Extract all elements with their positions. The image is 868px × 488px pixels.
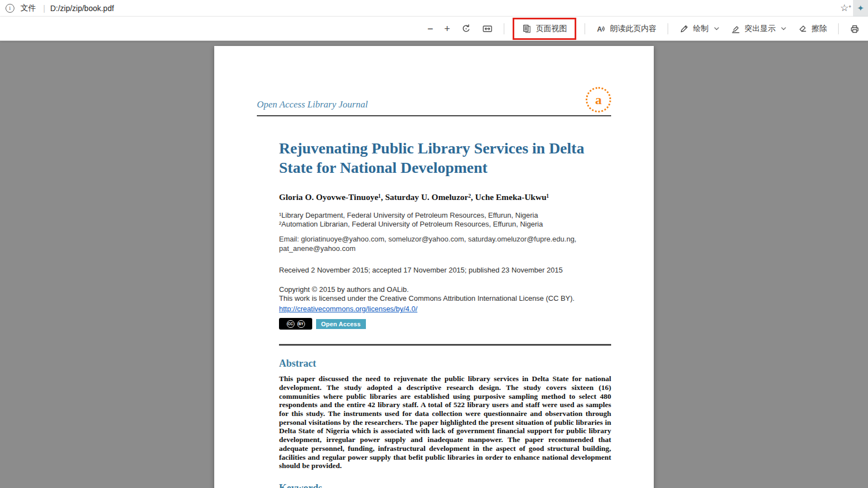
eraser-icon (798, 24, 808, 34)
cc-by-badge-icon: CC BY (279, 318, 312, 330)
read-aloud-button[interactable]: A 朗读此页内容 (591, 20, 662, 37)
copyright-line-2: This work is licensed under the Creative… (279, 294, 611, 304)
page-view-button[interactable]: 页面视图 (517, 20, 572, 37)
topbar-divider: | (43, 4, 45, 13)
abstract-text: This paper discussed the need to rejuven… (279, 374, 611, 470)
open-access-logo-letter: a (595, 93, 602, 106)
journal-header: Open Access Library Journal a (257, 87, 611, 116)
affiliations: ¹Library Department, Federal University … (279, 211, 611, 254)
rotate-icon (461, 24, 471, 34)
info-icon: i (6, 4, 14, 13)
email-line: Email: gloriatinuoye@yahoo.com, someluzo… (279, 235, 578, 254)
add-favorite-button[interactable]: ☆+ (836, 3, 853, 13)
pen-icon (679, 24, 689, 34)
copyright-block: Copyright © 2015 by authors and OALib. T… (279, 285, 611, 315)
printer-icon (850, 24, 860, 34)
svg-text:A: A (597, 25, 602, 33)
draw-label: 绘制 (693, 24, 709, 34)
zoom-out-button[interactable]: − (422, 20, 438, 37)
print-button[interactable] (845, 20, 865, 37)
by-circle: BY (297, 320, 305, 328)
sidebar-toggle-button[interactable]: ✦ (853, 0, 868, 17)
toolbar-divider (585, 23, 585, 34)
toolbar-divider (838, 23, 839, 34)
affiliation-1: ¹Library Department, Federal University … (279, 211, 611, 220)
chevron-down-icon[interactable] (714, 25, 720, 32)
browser-topbar: i 文件 | D:/zip/zip/book.pdf ☆+ ✦ (0, 0, 868, 17)
zoom-in-button[interactable]: + (439, 20, 455, 37)
chevron-down-icon[interactable] (781, 25, 787, 32)
pdf-canvas[interactable]: Open Access Library Journal a Rejuvenati… (0, 41, 868, 488)
open-access-badge: Open Access (316, 319, 366, 329)
toolbar-divider (668, 23, 668, 34)
file-path-label: D:/zip/zip/book.pdf (50, 4, 114, 13)
highlight-label: 突出显示 (745, 24, 776, 34)
journal-name: Open Access Library Journal (257, 99, 368, 114)
rotate-button[interactable] (456, 20, 476, 37)
authors-line: Gloria O. Oyovwe-Tinuoye¹, Saturday U. O… (279, 192, 611, 202)
toolbar-divider (504, 23, 504, 34)
pdf-toolbar: − + (0, 17, 868, 41)
read-aloud-label: 朗读此页内容 (610, 24, 657, 34)
keywords-heading: Keywords (279, 482, 611, 488)
annotation-highlight: 页面视图 (513, 18, 576, 40)
license-badges: CC BY Open Access (279, 318, 611, 330)
erase-label: 擦除 (812, 24, 827, 34)
dates-line: Received 2 November 2015; accepted 17 No… (279, 266, 611, 274)
highlighter-icon (731, 24, 741, 34)
read-aloud-icon: A (596, 24, 606, 34)
plus-icon: + (444, 24, 450, 34)
file-menu-button[interactable]: 文件 (18, 2, 38, 14)
section-divider (279, 344, 611, 346)
document-body: Rejuvenating Public Library Services in … (279, 138, 611, 488)
pdf-page: Open Access Library Journal a Rejuvenati… (214, 46, 654, 488)
copyright-line-1: Copyright © 2015 by authors and OALib. (279, 285, 611, 295)
fit-width-button[interactable] (477, 20, 498, 37)
open-access-logo-icon: a (586, 87, 611, 112)
fit-width-icon (482, 24, 493, 34)
affiliation-2: ²Automation Librarian, Federal Universit… (279, 220, 611, 229)
license-link[interactable]: http://creativecommons.org/licenses/by/4… (279, 305, 417, 314)
cc-circle: CC (287, 320, 294, 328)
draw-button[interactable]: 绘制 (674, 20, 725, 37)
erase-button[interactable]: 擦除 (793, 20, 832, 37)
minus-icon: − (427, 24, 433, 34)
page-view-icon (522, 24, 532, 34)
paper-title: Rejuvenating Public Library Services in … (279, 138, 611, 178)
highlight-button[interactable]: 突出显示 (726, 20, 792, 37)
page-view-label: 页面视图 (536, 24, 567, 34)
plus-glyph: + (849, 4, 851, 9)
abstract-heading: Abstract (279, 358, 611, 369)
